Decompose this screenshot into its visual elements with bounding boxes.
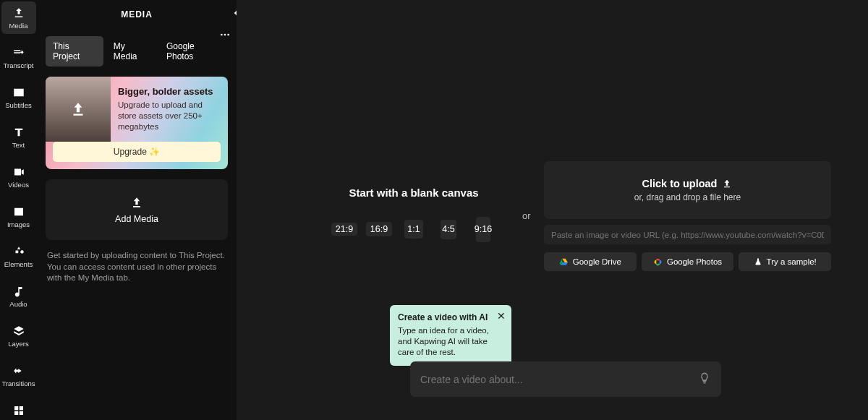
tooltip-close-button[interactable]: ✕ — [497, 310, 506, 322]
ratio-1-1[interactable]: 1:1 — [404, 220, 423, 239]
media-panel: MEDIA This Project My Media Google Photo… — [37, 0, 237, 420]
upgrade-promo: Bigger, bolder assets Upgrade to upload … — [46, 77, 228, 169]
tab-google-photos[interactable]: Google Photos — [159, 36, 228, 67]
sidebar-item-label: Media — [9, 22, 28, 30]
sidebar-item-elements[interactable]: Elements — [1, 240, 36, 273]
ratio-16-9[interactable]: 16:9 — [366, 222, 392, 236]
import-btn-label: Google Photos — [667, 257, 722, 266]
sidebar-item-label: Transitions — [1, 380, 35, 387]
flask-icon — [754, 257, 762, 266]
svg-point-2 — [227, 34, 229, 36]
aspect-ratio-row: 21:9 16:9 1:1 4:5 9:16 — [331, 215, 496, 244]
sidebar-item-transitions[interactable]: Transitions — [1, 359, 36, 392]
sidebar-item-audio[interactable]: Audio — [1, 280, 36, 312]
add-media-label: Add Media — [115, 214, 158, 224]
sidebar-item-templates[interactable]: Templates — [1, 399, 36, 420]
templates-icon — [12, 404, 25, 417]
sidebar-item-label: Text — [12, 141, 25, 149]
google-photos-icon — [653, 257, 663, 267]
layers-icon — [12, 325, 25, 338]
transitions-icon — [12, 364, 25, 377]
or-label: or — [522, 210, 531, 221]
sidebar-item-videos[interactable]: Videos — [1, 160, 36, 193]
google-drive-button[interactable]: Google Drive — [544, 252, 637, 271]
sidebar-item-layers[interactable]: Layers — [1, 320, 36, 352]
sidebar-item-label: Videos — [8, 181, 29, 189]
upload-title: Click to upload — [642, 178, 733, 189]
ratio-4-5[interactable]: 4:5 — [441, 220, 456, 239]
import-btn-label: Google Drive — [573, 257, 621, 266]
upload-subtext: or, drag and drop a file here — [634, 192, 741, 202]
promo-heading: Bigger, bolder assets — [118, 86, 221, 97]
media-tabs: This Project My Media Google Photos — [46, 36, 228, 67]
promo-subtext: Upgrade to upload and store assets over … — [118, 100, 221, 132]
sidebar-item-label: Images — [7, 220, 30, 228]
sidebar-item-label: Audio — [9, 300, 27, 308]
ellipsis-icon — [219, 29, 231, 40]
upload-dropzone[interactable]: Click to upload or, drag and drop a file… — [544, 161, 831, 219]
sidebar-item-text[interactable]: Text — [1, 121, 36, 153]
panel-header: MEDIA — [37, 0, 237, 29]
import-btn-label: Try a sample! — [767, 257, 817, 266]
google-drive-icon — [559, 257, 569, 267]
svg-marker-5 — [562, 258, 568, 262]
left-sidebar: Media Transcript Subtitles Text Videos I… — [0, 0, 37, 420]
media-url-input[interactable] — [544, 225, 831, 244]
start-title: Start with a blank canvas — [349, 187, 478, 199]
upload-icon — [129, 195, 144, 210]
ratio-9-16[interactable]: 9:16 — [476, 217, 490, 242]
panel-title: MEDIA — [121, 9, 153, 20]
audio-icon — [12, 285, 25, 298]
sidebar-item-label: Elements — [4, 260, 33, 268]
sidebar-item-media[interactable]: Media — [1, 1, 36, 34]
tab-this-project[interactable]: This Project — [46, 36, 103, 67]
blank-canvas-section: Start with a blank canvas 21:9 16:9 1:1 … — [312, 187, 515, 244]
panel-hint: Get started by uploading content to This… — [47, 250, 226, 284]
sidebar-item-label: Subtitles — [5, 101, 31, 109]
main-canvas: Start with a blank canvas 21:9 16:9 1:1 … — [237, 0, 868, 420]
transcript-icon — [12, 46, 25, 59]
videos-icon — [12, 166, 25, 179]
sidebar-item-label: Transcript — [4, 61, 34, 69]
subtitles-icon — [12, 86, 25, 99]
import-buttons-row: Google Drive Google Photos Try a sample! — [544, 252, 831, 271]
upload-title-text: Click to upload — [642, 178, 718, 189]
images-icon — [12, 205, 25, 218]
tab-my-media[interactable]: My Media — [106, 36, 156, 67]
ai-prompt-bar[interactable] — [410, 361, 721, 397]
ratio-21-9[interactable]: 21:9 — [331, 223, 357, 236]
ai-prompt-input[interactable] — [420, 374, 698, 385]
upgrade-button[interactable]: Upgrade ✨ — [53, 142, 221, 162]
ai-tooltip: ✕ Create a video with AI Type an idea fo… — [390, 305, 511, 366]
upload-icon — [721, 178, 733, 189]
promo-thumbnail — [46, 77, 111, 142]
tooltip-body: Type an idea for a video, and Kapwing AI… — [398, 325, 503, 359]
add-media-button[interactable]: Add Media — [46, 179, 228, 240]
google-photos-button[interactable]: Google Photos — [642, 252, 734, 271]
svg-point-1 — [224, 34, 226, 36]
elements-icon — [12, 245, 25, 258]
sidebar-item-images[interactable]: Images — [1, 200, 36, 233]
text-icon — [12, 126, 25, 139]
upload-icon — [12, 7, 25, 20]
more-options-button[interactable] — [219, 29, 231, 43]
sidebar-item-transcript[interactable]: Transcript — [1, 41, 36, 74]
lightbulb-icon[interactable] — [698, 372, 711, 387]
sidebar-item-label: Layers — [8, 340, 29, 348]
tooltip-title: Create a video with AI — [398, 312, 503, 322]
try-sample-button[interactable]: Try a sample! — [739, 252, 831, 271]
svg-point-0 — [221, 34, 223, 36]
upload-icon — [69, 100, 88, 119]
sidebar-item-subtitles[interactable]: Subtitles — [1, 81, 36, 113]
